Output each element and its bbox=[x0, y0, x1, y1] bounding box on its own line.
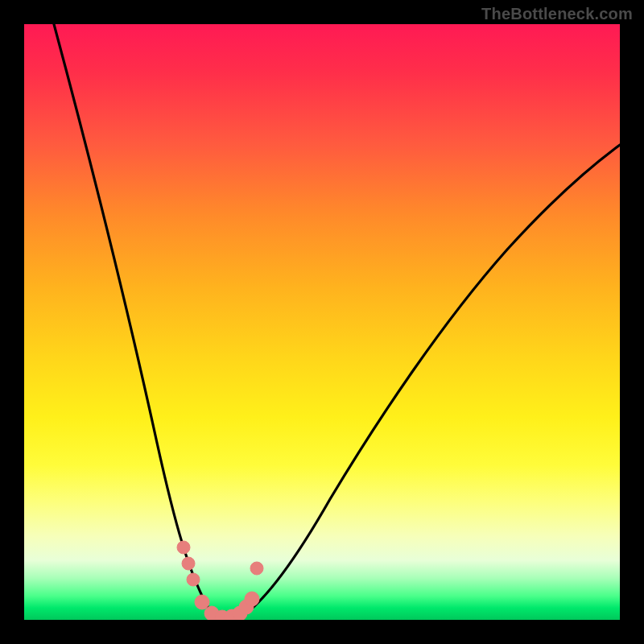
marker-dot bbox=[182, 557, 195, 570]
marker-dot bbox=[245, 592, 259, 606]
marker-group bbox=[177, 541, 263, 620]
curve-layer bbox=[24, 24, 620, 620]
chart-frame: TheBottleneck.com bbox=[0, 0, 644, 644]
marker-dot bbox=[195, 595, 209, 609]
plot-area bbox=[24, 24, 620, 620]
marker-dot bbox=[250, 562, 263, 575]
watermark-text: TheBottleneck.com bbox=[481, 5, 633, 23]
marker-dot bbox=[187, 573, 200, 586]
marker-dot bbox=[177, 541, 190, 554]
bottleneck-curve bbox=[54, 24, 620, 620]
